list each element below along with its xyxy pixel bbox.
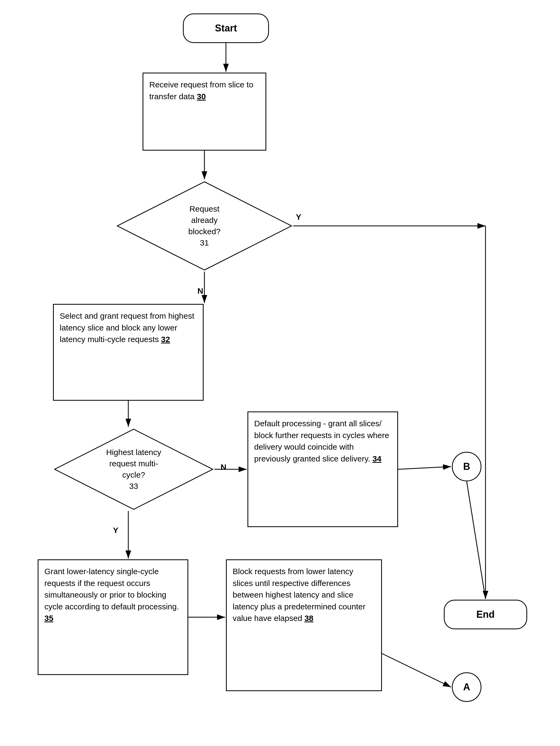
svg-line-13 [382, 654, 451, 687]
node-33-text: Highest latencyrequest multi-cycle?33 [106, 447, 161, 492]
node-34: Default processing - grant all slices/ b… [248, 411, 398, 527]
node-38-ref: 38 [305, 614, 313, 623]
node-30-ref: 30 [197, 92, 206, 101]
node-32: Select and grant request from highest la… [53, 304, 204, 401]
node-31-ref: 31 [200, 238, 209, 247]
node-34-ref: 34 [372, 454, 382, 463]
start-node: Start [183, 13, 269, 43]
n-label-31: N [197, 286, 203, 295]
start-label: Start [215, 23, 237, 34]
y-label-33: Y [113, 526, 118, 535]
svg-line-10 [398, 466, 451, 469]
svg-line-14 [467, 481, 485, 599]
node-32-ref: 32 [161, 335, 170, 344]
circle-b: B [452, 452, 481, 481]
node-35-text: Grant lower-latency single-cycle request… [45, 566, 181, 624]
circle-b-label: B [463, 461, 470, 472]
node-35-ref: 35 [45, 614, 53, 623]
node-38: Block requests from lower latency slices… [226, 560, 382, 691]
n-label-33: N [221, 463, 226, 472]
y-label-31: Y [296, 212, 301, 222]
node-30-text: Receive request from slice to transfer d… [149, 79, 259, 102]
node-32-text: Select and grant request from highest la… [60, 310, 197, 345]
node-38-text: Block requests from lower latency slices… [233, 566, 375, 624]
node-31-text: Requestalreadyblocked?31 [188, 203, 221, 249]
circle-a-label: A [463, 682, 470, 693]
node-33-ref: 33 [129, 482, 138, 490]
end-node: End [444, 600, 527, 629]
circle-a: A [452, 672, 481, 702]
node-34-text: Default processing - grant all slices/ b… [254, 418, 391, 464]
end-label: End [476, 609, 495, 620]
node-35: Grant lower-latency single-cycle request… [38, 560, 188, 675]
node-31: Requestalreadyblocked?31 [116, 180, 293, 271]
node-30: Receive request from slice to transfer d… [143, 73, 266, 151]
node-33: Highest latencyrequest multi-cycle?33 [53, 428, 214, 511]
flowchart: Start Receive request from slice to tran… [0, 0, 560, 746]
